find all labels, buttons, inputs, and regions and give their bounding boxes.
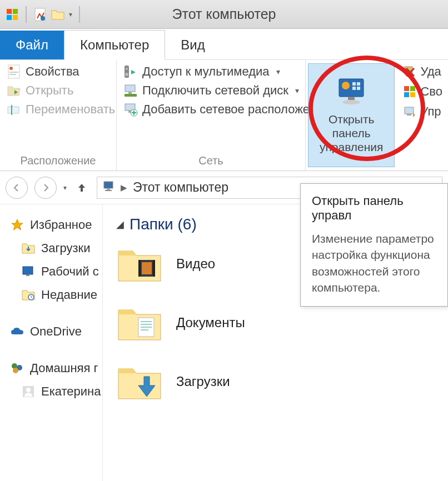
tooltip-body: Изменение параметро настройка функциона …: [312, 231, 436, 296]
properties-button[interactable]: Свойства: [7, 64, 109, 79]
svg-rect-31: [410, 86, 415, 91]
nav-history-dropdown-icon[interactable]: ▾: [63, 184, 67, 192]
svg-point-5: [41, 16, 45, 21]
ribbon-group-system-extra: Уда Сво Упр: [397, 60, 448, 171]
folder-label: Документы: [176, 315, 245, 330]
svg-rect-33: [410, 92, 415, 97]
ribbon-tabs: Файл Компьютер Вид: [0, 29, 448, 60]
svg-rect-52: [141, 321, 152, 322]
svg-rect-15: [125, 85, 135, 92]
svg-rect-11: [11, 105, 12, 115]
manage-icon: [402, 104, 417, 119]
network-group-label: Сеть: [117, 152, 305, 171]
svg-rect-39: [23, 267, 33, 274]
breadcrumb-separator-icon: ▸: [121, 180, 127, 195]
svg-rect-27: [348, 97, 355, 100]
homegroup-label: Домашняя г: [30, 361, 98, 375]
tab-file[interactable]: Файл: [0, 31, 64, 59]
breadcrumb-item[interactable]: Этот компьютер: [133, 180, 228, 195]
homegroup-icon: [10, 361, 24, 375]
folder-item-documents[interactable]: Документы: [116, 303, 435, 342]
folder-icon: [116, 303, 163, 342]
svg-point-14: [125, 73, 128, 76]
svg-rect-35: [407, 114, 411, 116]
svg-rect-8: [9, 72, 18, 73]
manage-button[interactable]: Упр: [402, 104, 442, 119]
svg-rect-2: [7, 15, 12, 20]
tab-computer[interactable]: Компьютер: [64, 30, 165, 60]
sidebar-item-recent[interactable]: Недавние: [0, 283, 102, 307]
quick-access-toolbar: ▾: [0, 6, 82, 23]
svg-point-13: [126, 68, 128, 70]
sys-props-icon: [402, 84, 417, 99]
title-bar: ▾ Этот компьютер: [0, 0, 448, 29]
sidebar-item-onedrive[interactable]: OneDrive: [0, 320, 102, 343]
sidebar-item-homegroup[interactable]: Домашняя г: [0, 357, 102, 380]
rename-icon: [7, 102, 21, 117]
manage-label: Упр: [420, 104, 441, 119]
open-button: Открыть: [7, 83, 109, 98]
map-drive-button[interactable]: Подключить сетевой диск ▾: [123, 83, 298, 98]
svg-rect-55: [141, 329, 148, 330]
computer-icon: [103, 180, 115, 195]
svg-point-22: [342, 82, 350, 89]
sidebar-item-desktop[interactable]: Рабочий с: [0, 260, 102, 283]
remove-programs-button[interactable]: Уда: [402, 64, 442, 79]
remove-label: Уда: [420, 64, 441, 79]
svg-point-7: [9, 67, 13, 70]
tab-view[interactable]: Вид: [165, 31, 220, 59]
user-label: Екатерина: [41, 384, 101, 399]
navigation-pane: Избранное Загрузки Рабочий с Недавние: [0, 204, 103, 481]
open-control-panel-button[interactable]: Открыть панель управления: [308, 63, 395, 167]
sidebar-item-user[interactable]: Екатерина: [0, 380, 102, 403]
star-icon: [10, 218, 24, 232]
ribbon: Свойства Открыть Переименовать Расположе…: [0, 60, 448, 171]
nav-forward-button[interactable]: [34, 177, 57, 199]
location-group-label: Расположение: [0, 152, 116, 171]
sidebar-item-downloads[interactable]: Загрузки: [0, 237, 102, 260]
desktop-label: Рабочий с: [41, 264, 99, 279]
add-location-button[interactable]: Добавить сетевое расположение: [123, 102, 298, 117]
qat-dropdown-icon[interactable]: ▾: [69, 11, 72, 18]
folder-item-downloads[interactable]: Загрузки: [116, 362, 435, 401]
folder-qat-icon[interactable]: [51, 8, 64, 21]
chevron-down-icon: ▾: [276, 67, 280, 76]
ribbon-group-network: Доступ к мультимедиа ▾ Подключить сетево…: [117, 60, 306, 171]
control-panel-icon: [336, 77, 367, 108]
sys-props-label: Сво: [420, 84, 442, 99]
nav-up-button[interactable]: [73, 179, 90, 196]
recent-icon: [21, 288, 36, 302]
tooltip: Открыть панель управл Изменение параметр…: [300, 183, 448, 307]
svg-rect-17: [125, 94, 137, 97]
media-access-button[interactable]: Доступ к мультимедиа ▾: [123, 64, 298, 79]
svg-point-46: [26, 388, 31, 392]
svg-rect-38: [105, 190, 112, 191]
svg-rect-48: [138, 260, 141, 277]
svg-rect-23: [352, 82, 356, 86]
control-panel-label-1: Открыть панель: [317, 112, 385, 140]
media-label: Доступ к мультимедиа: [142, 64, 270, 79]
svg-rect-49: [153, 260, 155, 277]
svg-rect-16: [128, 92, 132, 94]
user-icon: [21, 384, 36, 399]
downloads-icon: [21, 241, 36, 255]
qat-separator: [26, 6, 27, 23]
app-icon: [6, 8, 19, 21]
properties-label: Свойства: [26, 64, 79, 79]
open-icon: [7, 83, 21, 98]
svg-rect-25: [352, 87, 356, 90]
svg-rect-34: [405, 107, 414, 114]
add-location-label: Добавить сетевое расположение: [142, 102, 330, 117]
svg-rect-37: [107, 188, 110, 190]
control-panel-label-2: управления: [320, 140, 384, 154]
sidebar-item-favorites[interactable]: Избранное: [0, 213, 102, 237]
onedrive-label: OneDrive: [30, 324, 82, 339]
add-location-icon: [123, 102, 138, 117]
nav-back-button[interactable]: [6, 177, 28, 199]
properties-icon: [7, 64, 21, 79]
system-properties-button[interactable]: Сво: [402, 84, 442, 99]
svg-rect-24: [357, 82, 360, 86]
properties-qat-icon[interactable]: [33, 8, 47, 21]
media-icon: [123, 64, 138, 79]
svg-point-44: [13, 368, 18, 373]
